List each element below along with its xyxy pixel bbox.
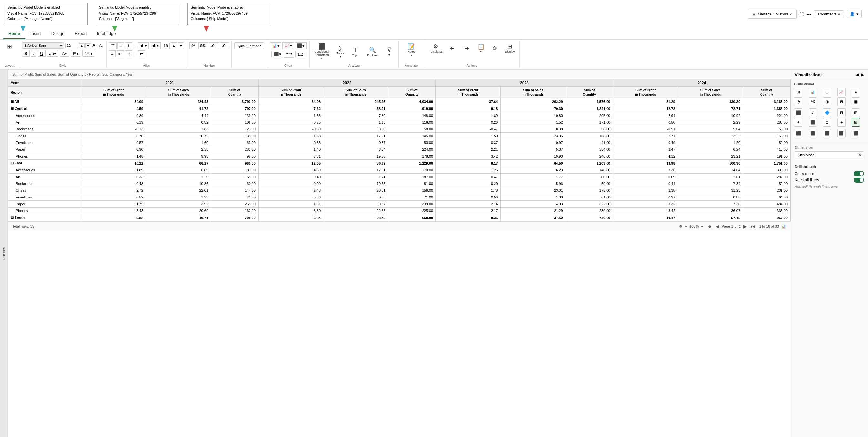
viz-scatter-icon[interactable]: ⊡ bbox=[823, 88, 831, 96]
undo-button[interactable]: ↩ bbox=[446, 44, 459, 53]
tooltips-row: Semantic Model Mode is enabled Visual Na… bbox=[0, 0, 868, 28]
expand-icon[interactable]: ⛶ bbox=[799, 11, 804, 17]
font-family-select[interactable]: Inforiver Sans bbox=[22, 42, 64, 49]
zoom-decrease-icon[interactable]: − bbox=[685, 224, 687, 228]
viz-pie-icon[interactable]: ◔ bbox=[794, 97, 803, 106]
font-size-down[interactable]: ▼ bbox=[85, 43, 91, 48]
highlight-ab2-button[interactable]: ab▾ bbox=[150, 42, 161, 49]
viz-ribbon-icon[interactable]: 🔷 bbox=[823, 108, 831, 117]
user-button[interactable]: 👤 ▾ bbox=[847, 10, 862, 18]
settings-icon[interactable]: ⚙ bbox=[679, 224, 682, 228]
comments-button[interactable]: Comments ▾ bbox=[814, 10, 844, 18]
viz-gauge-icon[interactable]: ◑ bbox=[823, 97, 831, 106]
viz-line-icon[interactable]: 📈 bbox=[837, 88, 846, 96]
manage-columns-button[interactable]: ⊞ Manage Columns ▾ bbox=[748, 10, 797, 19]
viz-custom-icon[interactable]: ⬛ bbox=[809, 118, 817, 126]
highlight-ab-button[interactable]: ab▾ bbox=[138, 42, 149, 49]
filters-sidebar[interactable]: Filters bbox=[0, 70, 8, 437]
top-n-button[interactable]: ⊤ Top n bbox=[349, 46, 362, 58]
dimension-value-box[interactable]: Ship Mode ✕ bbox=[795, 151, 864, 158]
chart-heat-button[interactable]: ⬛▾ bbox=[272, 51, 283, 58]
viz-card-icon[interactable]: ▣ bbox=[851, 97, 860, 106]
italic-button[interactable]: I bbox=[31, 50, 37, 57]
cross-report-toggle[interactable] bbox=[854, 171, 864, 176]
underline-button[interactable]: U bbox=[38, 50, 45, 57]
borders-button[interactable]: ⊟▾ bbox=[71, 50, 81, 57]
viz-table-icon[interactable]: ⊞ bbox=[794, 88, 803, 96]
first-page-button[interactable]: ⏮ bbox=[706, 223, 713, 229]
bold-button[interactable]: B bbox=[22, 50, 30, 57]
viz-bar-icon[interactable]: 📊 bbox=[809, 88, 817, 96]
display-button[interactable]: ⊞ Display bbox=[503, 42, 517, 55]
reset-button[interactable]: ⟳ bbox=[489, 44, 502, 53]
row-height-up[interactable]: ▲ bbox=[171, 42, 177, 49]
next-page-button[interactable]: ▶ bbox=[742, 223, 748, 229]
viz-area-icon[interactable]: ▲ bbox=[851, 88, 860, 96]
viz-matrix-icon[interactable]: ⊟ bbox=[851, 118, 860, 126]
zoom-increase-icon[interactable]: + bbox=[701, 224, 703, 228]
row-height-down[interactable]: ▼ bbox=[178, 42, 184, 49]
tab-design[interactable]: Design bbox=[46, 28, 69, 39]
excel-button[interactable]: 📋 ▾ bbox=[474, 42, 488, 55]
options-icon[interactable]: ••• bbox=[806, 11, 811, 17]
viz-r4-icon[interactable]: ⬛ bbox=[837, 129, 846, 137]
viz-custom3-icon[interactable]: ◈ bbox=[837, 118, 846, 126]
viz-map-icon[interactable]: 🗺 bbox=[809, 97, 817, 106]
redo-button[interactable]: ↪ bbox=[460, 44, 473, 53]
highlight-button[interactable]: ab▾ bbox=[47, 50, 58, 57]
viz-r3-icon[interactable]: ⬛ bbox=[823, 129, 831, 137]
viz-treemap-icon[interactable]: ⊡ bbox=[837, 108, 846, 117]
prev-page-button[interactable]: ◀ bbox=[714, 223, 720, 229]
table-row: Envelopes0.571.6063.000.350.8750.000.370… bbox=[8, 139, 790, 146]
font-grow-button[interactable]: A↑ bbox=[92, 43, 98, 48]
viz-r2-icon[interactable]: ⬛ bbox=[809, 129, 817, 137]
viz-kpi-icon[interactable]: ⊠ bbox=[837, 97, 846, 106]
viz-r5-icon[interactable]: ⬛ bbox=[851, 129, 860, 137]
layout-button[interactable]: ⊞ bbox=[3, 42, 16, 51]
align-middle-button[interactable]: ≡ bbox=[118, 42, 124, 49]
panel-collapse-icon[interactable]: ◀ bbox=[856, 72, 859, 77]
chart-line-button[interactable]: 📈▾ bbox=[282, 42, 294, 49]
totals-button[interactable]: ∑ Totals ▾ bbox=[334, 44, 347, 60]
viz-funnel-icon[interactable]: ⊽ bbox=[809, 108, 817, 117]
align-left-button[interactable]: ≡ bbox=[109, 50, 116, 57]
quick-format-button[interactable]: Quick Format ▾ bbox=[234, 42, 265, 49]
font-shrink-button[interactable]: A↓ bbox=[99, 43, 104, 48]
viz-custom2-icon[interactable]: ⊙ bbox=[823, 118, 831, 126]
chart-sparkline-button[interactable]: 〜▾ bbox=[284, 50, 294, 58]
explorer-button[interactable]: 🔍 Explorer bbox=[365, 46, 380, 58]
align-bottom-button[interactable]: ⊥ bbox=[125, 42, 132, 49]
tab-insert[interactable]: Insert bbox=[25, 28, 46, 39]
indent-decrease-button[interactable]: ⇤ bbox=[117, 50, 124, 57]
font-size-up[interactable]: ▲ bbox=[79, 43, 85, 48]
font-size-input[interactable] bbox=[65, 42, 78, 49]
viz-decomp-icon[interactable]: ⊞ bbox=[851, 108, 860, 117]
chart-area-button[interactable]: ⬛▾ bbox=[295, 42, 307, 49]
notes-button[interactable]: 📝 Notes ▾ bbox=[405, 42, 418, 58]
panel-expand-icon[interactable]: ▶ bbox=[861, 72, 864, 77]
font-color-button[interactable]: A▾ bbox=[60, 50, 69, 57]
wrap-text-button[interactable]: ⇌ bbox=[138, 50, 145, 57]
percent-button[interactable]: % bbox=[189, 42, 197, 49]
templates-button[interactable]: ⚙ Templates bbox=[427, 42, 445, 55]
eraser-button[interactable]: ⌫▾ bbox=[82, 50, 95, 57]
viz-r1-icon[interactable]: ⬛ bbox=[794, 129, 803, 137]
decimal-remove-button[interactable]: .0- bbox=[220, 42, 229, 49]
last-page-button[interactable]: ⏭ bbox=[749, 223, 756, 229]
chart-bar-button[interactable]: 📊▾ bbox=[270, 42, 281, 49]
tab-export[interactable]: Export bbox=[69, 28, 92, 39]
conditional-formatting-button[interactable]: ⬛ ConditionalFormatting ▾ bbox=[312, 42, 331, 61]
row-value: 2.47 bbox=[613, 146, 678, 153]
dollar-button[interactable]: $€. bbox=[198, 42, 208, 49]
templates-label: Templates bbox=[429, 50, 442, 53]
align-top-button[interactable]: ⊤ bbox=[109, 42, 117, 49]
filter-button[interactable]: ⊽ ▾ bbox=[383, 46, 396, 58]
row-value: 7.62 bbox=[258, 105, 323, 112]
viz-ai-icon[interactable]: ✦ bbox=[794, 118, 803, 126]
chart-variance-button[interactable]: 1.2 bbox=[296, 51, 305, 58]
decimal-add-button[interactable]: .0+ bbox=[209, 42, 219, 49]
viz-waterfall-icon[interactable]: ⬛ bbox=[794, 108, 803, 117]
indent-increase-button[interactable]: ⇥ bbox=[125, 50, 132, 57]
row-value: 8.36 bbox=[436, 214, 501, 221]
keep-all-filters-toggle[interactable] bbox=[854, 178, 864, 183]
